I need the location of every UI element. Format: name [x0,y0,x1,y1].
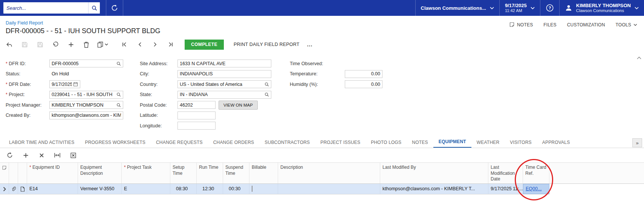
project-field[interactable]: 0239041 - - 51 - IUH SOUTH [49,91,123,99]
column-header-equipment-id[interactable]: Equipment ID [27,163,78,183]
column-header-last-modified-by[interactable]: Last Modified By [380,163,488,183]
tab-equipment[interactable]: EQUIPMENT [433,136,471,148]
delete-record-button[interactable] [82,40,91,49]
lookup-magnifier-icon[interactable] [116,61,121,66]
site-address-field[interactable]: 1633 N CAPITAL AVE [177,60,271,67]
column-header-time-card-ref[interactable]: Time Card Ref. [523,163,549,183]
complete-button[interactable]: COMPLETE [185,40,224,50]
breadcrumb[interactable]: Daily Field Report [6,20,43,26]
cell-equipment-description[interactable]: Vermeer V-3550 [78,184,122,194]
paperclip-icon[interactable] [9,184,18,194]
lookup-magnifier-icon[interactable] [116,92,121,97]
cell-equipment-id[interactable]: E14 [27,184,78,194]
column-header-billable[interactable]: Billable [249,163,278,183]
column-header-equipment-description[interactable]: Equipment Description [78,163,122,183]
business-date-button[interactable] [106,0,123,16]
tools-button[interactable]: TOOLS [616,22,637,28]
save-button[interactable] [20,40,29,49]
cell-suspend-time[interactable]: 00:30 [223,184,249,194]
files-button[interactable]: FILES [543,22,556,28]
help-icon: ? [546,4,554,12]
tab-change-orders[interactable]: CHANGE ORDERS [208,137,260,148]
add-record-button[interactable] [66,40,75,49]
go-first-button[interactable] [120,40,129,49]
notes-button[interactable]: NOTES [509,22,533,28]
lookup-magnifier-icon[interactable] [265,82,269,87]
go-last-button[interactable] [166,40,175,49]
dfr-date-field[interactable]: 9/17/2025 [49,80,80,88]
grid-refresh-button[interactable] [5,151,14,160]
tab-overflow-button[interactable]: » [632,138,642,147]
scroll-up-arrow-icon[interactable] [637,57,641,60]
save-close-button[interactable] [35,40,44,49]
equipment-grid-row[interactable]: E14 Vermeer V-3550 E 08:30 12:30 00:30 k… [0,184,549,194]
tab-notes[interactable]: NOTES [407,137,433,148]
cancel-undo-button[interactable] [51,40,60,49]
row-expand-icon[interactable] [0,184,9,194]
tab-progress-worksheets[interactable]: PROGRESS WORKSHEETS [80,137,151,148]
tab-change-requests[interactable]: CHANGE REQUESTS [151,137,208,148]
customization-button[interactable]: CUSTOMIZATION [567,22,605,28]
state-field[interactable]: IN - INDIANA [177,91,271,99]
lookup-magnifier-icon[interactable] [265,92,269,97]
column-header-description[interactable]: Description [278,163,380,183]
grid-delete-row-button[interactable] [37,151,46,160]
latitude-field[interactable] [177,112,216,119]
billable-checkbox[interactable] [252,186,252,192]
cell-last-modification-date[interactable]: 9/17/2025 11:... [488,184,523,194]
tab-weather[interactable]: WEATHER [471,137,505,148]
column-header-last-modification-date[interactable]: Last Modification Date [488,163,523,183]
calendar-icon[interactable] [73,82,78,87]
temperature-field[interactable]: 0.00 [345,70,382,78]
grid-export-excel-button[interactable] [69,151,78,160]
longitude-field[interactable] [177,122,216,130]
files-column-header[interactable] [18,163,27,183]
user-menu[interactable]: KIMBERLY THOMPSON Clawson Communications [559,0,644,16]
column-header-run-time[interactable]: Run Time [197,163,223,183]
grid-fit-columns-button[interactable] [53,151,62,160]
cell-project-task[interactable]: E [122,184,170,194]
go-next-button[interactable] [151,40,160,49]
copy-paste-menu[interactable] [97,41,108,48]
tab-project-issues[interactable]: PROJECT ISSUES [315,137,366,148]
city-field[interactable]: INDIANAPOLIS [177,70,271,78]
more-actions-button[interactable]: ... [303,41,317,47]
business-date-menu[interactable]: 9/17/2025 11:42 AM [499,0,540,16]
column-header-setup-time[interactable]: Setup Time [170,163,197,183]
country-field[interactable]: US - United States of America [177,80,271,88]
file-icon[interactable] [18,184,27,194]
cell-last-modified-by[interactable]: kthompson@clawsons.com - KIMBERLY T... [380,184,488,194]
lookup-magnifier-icon[interactable] [116,103,121,107]
created-by-field[interactable]: kthompson@clawsons.com - KIM [49,112,123,119]
tab-subcontractors[interactable]: SUBCONTRACTORS [259,137,315,148]
note-icon [2,165,7,170]
column-header-project-task[interactable]: Project Task [122,163,170,183]
print-daily-field-report-button[interactable]: PRINT DAILY FIELD REPORT [230,42,303,47]
cell-setup-time[interactable]: 08:30 [170,184,197,194]
time-card-ref-link[interactable]: EQ00... [526,186,542,191]
cell-description[interactable] [278,184,380,194]
cell-time-card-ref[interactable]: EQ00... [523,184,549,194]
tab-labor-time-and-activities[interactable]: LABOR TIME AND ACTIVITIES [4,137,80,148]
tab-visitors[interactable]: VISITORS [505,137,537,148]
tab-photo-logs[interactable]: PHOTO LOGS [366,137,407,148]
search-input[interactable] [3,5,88,11]
postal-code-field[interactable]: 46202 [177,101,216,109]
notes-column-header[interactable] [0,163,9,183]
grid-add-row-button[interactable] [21,151,30,160]
dfr-id-field[interactable]: DFR-000005 [49,60,123,67]
attachments-column-header[interactable] [9,163,18,183]
company-menu[interactable]: Clawson Communications... [415,0,499,16]
cell-run-time[interactable]: 12:30 [197,184,223,194]
go-prev-button[interactable] [135,40,144,49]
search-icon[interactable] [88,2,100,14]
back-button[interactable] [5,40,14,49]
project-manager-field[interactable]: KIMBERLY THOMPSON [49,101,123,109]
search-box[interactable] [3,2,100,14]
help-button[interactable]: ? [540,0,559,16]
column-header-suspend-time[interactable]: Suspend Time [223,163,249,183]
humidity-field[interactable]: 0.00 [345,80,382,88]
tab-approvals[interactable]: APPROVALS [537,137,575,148]
project-label: Project: [6,92,49,97]
view-on-map-button[interactable]: VIEW ON MAP [219,101,258,110]
